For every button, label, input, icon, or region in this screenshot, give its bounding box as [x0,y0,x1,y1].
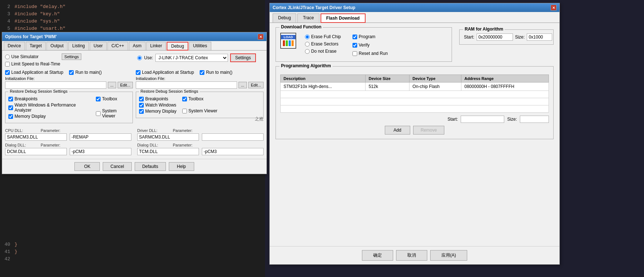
ram-size-label: Size: [515,35,525,40]
dialog-dll-left-input[interactable]: DCM.DLL [5,148,67,155]
algo-start-input[interactable] [461,116,504,123]
breakpoints-right-check[interactable] [139,97,144,101]
use-simulator-radio[interactable] [5,55,10,59]
program-check[interactable] [352,35,357,39]
ram-start-label: Start: [464,35,474,40]
jlink-titlebar: Cortex JLink/JTrace Target Driver Setup … [270,3,559,12]
cpu-param-input[interactable]: -REMAP [70,133,131,141]
add-btn[interactable]: Add [385,126,410,135]
use-simulator-label: Use Simulator [11,54,38,59]
erase-sectors-label: Erase Sectors [311,41,338,47]
system-viewer-right-check[interactable] [182,109,187,113]
memory-display-right-check[interactable] [139,109,144,114]
dialog-param-right-input[interactable]: -pCM3 [202,148,264,155]
tab-listing[interactable]: Listing [68,42,89,50]
load-app-left-label: Load Application at Startup [11,70,63,75]
confirm-btn[interactable]: 确定 [362,250,393,261]
remove-btn[interactable]: Remove [413,126,445,135]
tab-debug[interactable]: Debug [167,42,188,51]
line-num-41: 41 [0,249,15,254]
reset-and-run-check[interactable] [352,51,357,56]
driver-param-input[interactable] [202,133,264,141]
jlink-dialog: Cortex JLink/JTrace Target Driver Setup … [269,3,560,265]
jlink-tab-trace[interactable]: Trace [297,13,319,23]
limit-speed-check[interactable] [5,62,10,67]
watch-windows-right-check[interactable] [139,103,144,108]
run-to-main-right-label: Run to main() [206,70,232,75]
init-file-left-input[interactable] [5,81,106,89]
apply-btn[interactable]: 应用(A) [430,250,467,261]
breakpoints-right-label: Breakpoints [145,96,168,101]
tab-asm[interactable]: Asm [129,42,146,50]
jlink-tab-debug[interactable]: Debug [273,13,296,23]
system-viewer-left-check[interactable] [96,111,101,116]
prog-algo-group: Programming Algorithm Description Device… [276,66,554,139]
erase-full-chip-label: Erase Full Chip [311,34,341,39]
dialog-dll-right-input[interactable]: TCM.DLL [137,148,199,155]
toolbox-left-label: Toolbox [102,96,117,101]
cpu-dll-input[interactable]: SARMCM3.DLL [5,133,67,141]
use-label: Use: [144,55,153,60]
erase-full-chip-radio[interactable] [305,35,310,39]
erase-sectors-radio[interactable] [305,42,310,47]
init-file-left-label: Initialization File: [5,76,133,81]
browse-right-btn[interactable]: ... [239,82,247,88]
load-icon-text: LOAD [281,35,295,39]
tab-utilities[interactable]: Utilities [189,42,211,50]
restore-left-title: Restore Debug Session Settings [8,89,69,93]
driver-dll-input[interactable]: SARMCM3.DLL [137,133,199,141]
run-to-main-right-check[interactable] [200,70,204,75]
download-checks: Program Verify Reset and Run [352,34,388,57]
use-radio[interactable] [137,56,142,60]
left-settings-btn[interactable]: Settings [62,53,81,60]
run-to-main-left-check[interactable] [69,70,74,75]
init-file-right-input[interactable] [136,81,237,89]
cpu-dll-label: CPU DLL: [5,128,30,133]
tab-linker[interactable]: Linker [146,42,166,50]
cell-device-type: On-chip Flash [409,83,461,91]
tab-device[interactable]: Device [4,42,25,50]
edit-right-btn[interactable]: Edit... [248,82,264,88]
cancel-btn[interactable]: Cancel [103,162,131,171]
jlink-tab-flash-download[interactable]: Flash Download [321,13,366,23]
tab-output[interactable]: Output [46,42,68,50]
line-content-2: #include "delay.h" [15,4,65,9]
toolbox-left-check[interactable] [96,97,101,101]
tab-user[interactable]: User [90,42,107,50]
verify-label: Verify [359,43,370,48]
load-icon: LOAD [280,33,296,49]
browse-left-btn[interactable]: ... [108,82,116,88]
memory-display-right-label: Memory Display [145,109,176,114]
defaults-btn[interactable]: Defaults [135,162,166,171]
toolbox-right-check[interactable] [182,97,187,101]
load-app-left-check[interactable] [5,70,10,75]
breakpoints-left-check[interactable] [8,97,13,101]
chinese-text-indicator: 之抢 [255,116,264,122]
help-btn[interactable]: Help [169,162,194,171]
jlink-close-btn[interactable]: ✕ [551,5,557,11]
verify-check[interactable] [352,43,357,48]
tab-cpp[interactable]: C/C++ [107,42,128,50]
line-num-40: 40 [0,242,15,247]
ram-size-input[interactable]: 0x1000 [527,33,552,41]
dialog-dll-left-label: Dialog DLL: [5,143,30,147]
table-row[interactable]: STM32F10x High-dens... 512k On-chip Flas… [281,83,549,91]
memory-display-left-check[interactable] [8,114,13,119]
watch-windows-perf-check[interactable] [8,105,13,110]
options-dialog-buttons: OK Cancel Defaults Help [2,159,266,174]
right-settings-btn[interactable]: Settings [230,53,256,62]
jlink-cancel-btn[interactable]: 取消 [396,250,427,261]
do-not-erase-radio[interactable] [305,49,310,54]
ok-btn[interactable]: OK [74,162,100,171]
ram-start-input[interactable]: 0x20000000 [477,33,513,41]
line-content-40: } [15,242,17,247]
tab-target[interactable]: Target [26,42,46,50]
dialog-param-left-input[interactable]: -pCM3 [70,148,131,155]
algo-size-input[interactable] [520,116,549,123]
download-radios: Erase Full Chip Erase Sectors Do not Era… [305,34,341,54]
edit-left-btn[interactable]: Edit... [118,82,133,88]
use-select[interactable]: J-LINK / J-TRACE Cortex [155,54,228,62]
options-dialog-close[interactable]: ✕ [258,34,264,40]
load-app-right-check[interactable] [136,70,140,75]
dialog-param-left-label: Parameter: [41,143,66,147]
